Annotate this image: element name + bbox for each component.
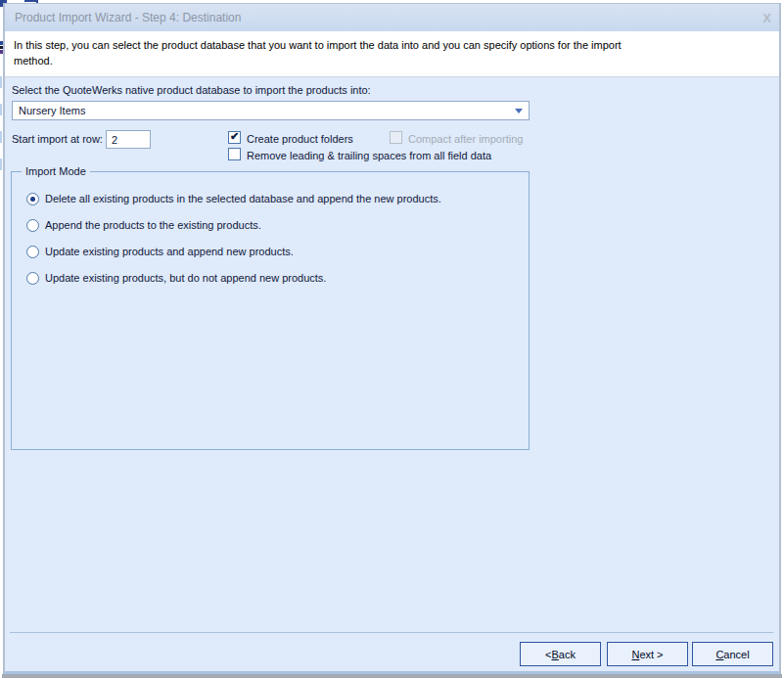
radio-icon[interactable] [26, 219, 39, 232]
database-dropdown-value: Nursery Items [19, 105, 85, 116]
next-button[interactable]: Next > [607, 642, 688, 666]
check-icon: ✔ [230, 131, 239, 142]
compact-checkbox [390, 131, 402, 144]
import-mode-group: Import Mode Delete all existing products… [11, 171, 530, 450]
footer-separator [10, 632, 773, 633]
close-icon[interactable]: X [762, 11, 771, 25]
radio-option-append[interactable]: Append the products to the existing prod… [26, 218, 261, 232]
back-button-rest: ack [559, 649, 576, 660]
product-import-wizard-dialog: Product Import Wizard - Step 4: Destinat… [3, 3, 781, 674]
dialog-title: Product Import Wizard - Step 4: Destinat… [15, 11, 241, 24]
start-row-input[interactable] [106, 130, 151, 149]
step-description: In this step, you can select the product… [5, 31, 779, 77]
remove-spaces-label: Remove leading & trailing spaces from al… [247, 150, 491, 161]
radio-option-delete-append[interactable]: Delete all existing products in the sele… [26, 192, 441, 205]
radio-icon[interactable] [26, 272, 39, 285]
description-line-1: In this step, you can select the product… [14, 37, 767, 53]
title-bar: Product Import Wizard - Step 4: Destinat… [5, 4, 779, 31]
background-window-fragment [0, 131, 2, 143]
compact-label: Compact after importing [408, 133, 523, 145]
screen: Product Import Wizard - Step 4: Destinat… [0, 0, 784, 678]
radio-label: Append the products to the existing prod… [45, 219, 261, 231]
back-button[interactable]: < Back [520, 642, 601, 666]
next-button-mnemonic: N [631, 649, 639, 660]
radio-icon[interactable] [26, 246, 39, 258]
radio-label: Delete all existing products in the sele… [45, 193, 441, 204]
create-folders-label: Create product folders [247, 133, 353, 145]
start-row-label: Start import at row: [12, 133, 103, 145]
background-window-fragment [0, 76, 2, 88]
radio-label: Update existing products, but do not app… [45, 272, 326, 284]
radio-label: Update existing products and append new … [45, 246, 294, 257]
background-window-fragment [0, 158, 2, 170]
back-button-mnemonic: B [551, 649, 558, 660]
database-dropdown[interactable]: Nursery Items [12, 101, 530, 120]
create-folders-checkbox[interactable]: ✔ [228, 131, 241, 144]
next-button-rest: ext > [639, 649, 663, 660]
dialog-body: Select the QuoteWerks native product dat… [5, 77, 779, 670]
database-select-label: Select the QuoteWerks native product dat… [12, 84, 371, 96]
cancel-button-mnemonic: C [715, 649, 723, 660]
radio-icon[interactable] [26, 193, 39, 205]
background-window-fragment [0, 104, 2, 115]
radio-option-update-append[interactable]: Update existing products and append new … [26, 245, 294, 258]
cancel-button-rest: ancel [723, 649, 749, 660]
description-line-2: method. [14, 53, 767, 68]
radio-option-update-only[interactable]: Update existing products, but do not app… [26, 271, 326, 285]
window-shadow-edge [2, 674, 782, 678]
chevron-down-icon [515, 109, 523, 113]
import-mode-group-label: Import Mode [22, 165, 90, 177]
cancel-button[interactable]: Cancel [692, 642, 773, 666]
remove-spaces-checkbox[interactable] [228, 148, 241, 160]
